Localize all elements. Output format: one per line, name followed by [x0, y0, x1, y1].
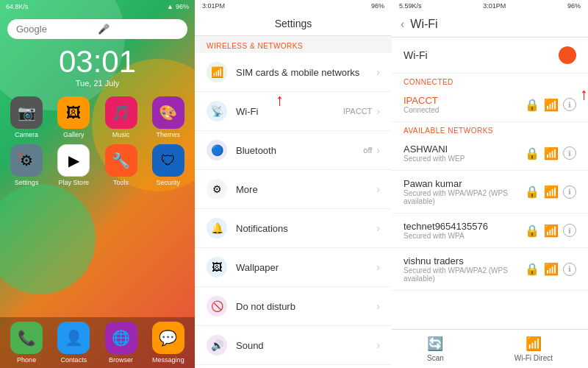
wifi-technet-name: technet9654135576 [404, 221, 525, 232]
security-icon: 🛡 [152, 144, 184, 177]
wifi-pawan-security: Secured with WPA/WPA2 (WPS available) [404, 189, 525, 205]
wifi-icon-vishnu: 📶 [544, 262, 559, 276]
info-icon-technet: ℹ [563, 224, 576, 237]
wifi-network-technet[interactable]: technet9654135576 Secured with WPA 🔒 📶 ℹ [392, 213, 588, 248]
wifi-vishnu-name: vishnu traders [404, 255, 525, 266]
google-label: Google [16, 24, 98, 35]
app-contacts[interactable]: 👤 Contacts [50, 322, 97, 364]
wifi-status-speed: 5.59K/s [399, 2, 422, 10]
connected-red-arrow: ↑ [580, 85, 588, 104]
lock-icon-pawan: 🔒 [525, 185, 539, 199]
settings-panel: 3:01PM 96% Settings WIRELESS & NETWORKS … [195, 0, 392, 368]
sound-chevron: › [376, 339, 380, 351]
app-phone[interactable]: 📞 Phone [3, 322, 50, 364]
scan-icon: 🔄 [427, 336, 443, 352]
lock-icon-vishnu: 🔒 [525, 262, 539, 276]
camera-icon: 📷 [10, 96, 43, 129]
wifi-pawan-name: Pawan kumar [404, 178, 525, 189]
wifi-vishnu-security: Secured with WPA/WPA2 (WPS available) [404, 266, 525, 283]
wifi-icon-ashwani: 📶 [544, 146, 559, 160]
settings-bluetooth-item[interactable]: 🔵 Bluetooth off › [195, 131, 392, 170]
wifi-toggle-row[interactable]: Wi-Fi [392, 38, 588, 74]
wifi-direct-label: Wi-Fi Direct [514, 354, 553, 362]
wallpaper-text: Wallpaper [236, 262, 376, 273]
wifi-ashwani-name: ASHWANI [404, 144, 525, 155]
lock-icon-technet: 🔒 [525, 224, 539, 238]
wifi-network-ashwani[interactable]: ASHWANI Secured with WEP 🔒 📶 ℹ [392, 136, 588, 171]
settings-icon: ⚙ [10, 144, 43, 177]
settings-wifi-item[interactable]: 📡 Wi-Fi IPACCT › ↑ [195, 92, 392, 131]
wifi-technet-info: technet9654135576 Secured with WPA [404, 221, 525, 240]
mic-icon[interactable]: 🎤 [98, 24, 179, 35]
notifications-text: Notifications [236, 223, 376, 234]
info-icon-vishnu: ℹ [563, 263, 576, 276]
dnd-icon: 🚫 [207, 296, 227, 316]
music-icon: 🎵 [105, 96, 137, 129]
wifi-technet-security: Secured with WPA [404, 232, 525, 240]
more-label: More [236, 184, 376, 195]
app-label-contacts: Contacts [61, 356, 87, 364]
playstore-icon: ▶ [57, 144, 90, 177]
app-playstore[interactable]: ▶ Play Store [53, 144, 94, 186]
wifi-network-pawan[interactable]: Pawan kumar Secured with WPA/WPA2 (WPS a… [392, 171, 588, 213]
wifi-scan-button[interactable]: 🔄 Scan [427, 336, 444, 362]
app-label-browser: Browser [109, 356, 133, 364]
sim-label: SIM cards & mobile networks [236, 67, 376, 78]
app-camera[interactable]: 📷 Camera [6, 96, 47, 138]
settings-sound-item[interactable]: 🔊 Sound › [195, 326, 392, 365]
wifi-settings-label: Wi-Fi [236, 106, 343, 117]
app-settings[interactable]: ⚙ Settings ↑ [6, 144, 47, 186]
app-tools[interactable]: 🔧 Tools [101, 144, 142, 186]
info-icon-ashwani: ℹ [563, 146, 576, 160]
wifi-red-arrow: ↑ [276, 91, 284, 110]
wifi-available-header: AVAILABLE NETWORKS [392, 122, 588, 136]
wifi-connected-header: CONNECTED [392, 74, 588, 88]
app-gallery[interactable]: 🖼 Gallery [53, 96, 94, 138]
wifi-direct-button[interactable]: 📶 Wi-Fi Direct [514, 336, 553, 362]
wifi-connected-name: IPACCT [404, 95, 525, 106]
app-security[interactable]: 🛡 Security [148, 144, 189, 186]
app-browser[interactable]: 🌐 Browser [98, 322, 145, 364]
notifications-chevron: › [376, 222, 380, 234]
app-label-camera: Camera [15, 131, 38, 138]
app-messaging[interactable]: 💬 Messaging [145, 322, 192, 364]
wifi-back-button[interactable]: ‹ [401, 18, 404, 31]
settings-title: Settings [195, 12, 392, 36]
wallpaper-chevron: › [376, 261, 380, 273]
wifi-value: IPACCT [343, 107, 373, 116]
bluetooth-label: Bluetooth [236, 145, 363, 156]
signal-icon: ▲ [167, 3, 173, 10]
settings-lockscreen-item[interactable]: 🔒 Lock screen › [195, 365, 392, 368]
settings-notifications-item[interactable]: 🔔 Notifications › [195, 209, 392, 248]
wifi-panel: 5.59K/s 3:01PM 96% ‹ Wi-Fi Wi-Fi CONNECT… [392, 0, 588, 368]
app-label-themes: Themes [157, 131, 181, 138]
wifi-settings-icon: 📡 [207, 101, 227, 121]
app-grid-row1: 📷 Camera 🖼 Gallery 🎵 Music 🎨 Themes ⚙ Se… [0, 89, 195, 194]
google-search-bar[interactable]: Google 🎤 [7, 19, 187, 39]
sim-text: SIM cards & mobile networks [236, 67, 376, 78]
wifi-toggle[interactable] [559, 46, 576, 64]
settings-sim-item[interactable]: 📶 SIM cards & mobile networks › [195, 53, 392, 92]
dnd-label: Do not disturb [236, 301, 376, 312]
gallery-icon: 🖼 [57, 96, 90, 129]
wallpaper-label: Wallpaper [236, 262, 376, 273]
home-screen: 64.8K/s ▲ 96% Google 🎤 03:01 Tue, 21 Jul… [0, 0, 195, 368]
settings-wallpaper-item[interactable]: 🖼 Wallpaper › [195, 248, 392, 287]
settings-dnd-item[interactable]: 🚫 Do not disturb › [195, 287, 392, 326]
app-label-music: Music [112, 131, 130, 138]
home-clock: 03:01 Tue, 21 July [0, 46, 195, 88]
home-status-right: ▲ 96% [167, 3, 189, 10]
wifi-strength-icon: 📶 [544, 98, 559, 112]
wifi-header: ‹ Wi-Fi [392, 12, 588, 38]
lock-icon: 🔒 [525, 98, 539, 112]
settings-more-item[interactable]: ⚙ More › [195, 170, 392, 209]
wifi-status-bar: 5.59K/s 3:01PM 96% [392, 0, 588, 12]
themes-icon: 🎨 [152, 96, 184, 129]
notifications-icon: 🔔 [207, 218, 227, 238]
app-music[interactable]: 🎵 Music [101, 96, 142, 138]
sound-text: Sound [236, 340, 376, 351]
app-themes[interactable]: 🎨 Themes [148, 96, 189, 138]
wifi-network-vishnu[interactable]: vishnu traders Secured with WPA/WPA2 (WP… [392, 248, 588, 291]
wifi-connected-network[interactable]: IPACCT Connected 🔒 📶 ℹ ↑ [392, 88, 588, 122]
bluetooth-icon: 🔵 [207, 140, 227, 160]
